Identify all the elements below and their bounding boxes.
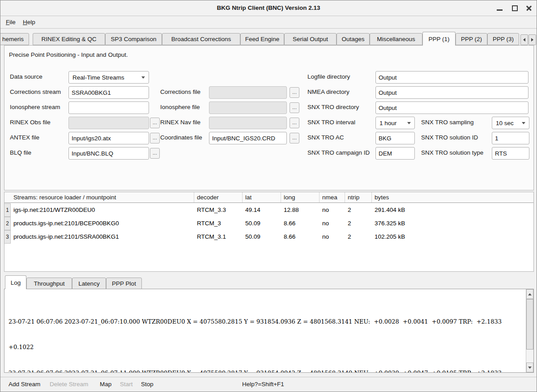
cell-long: 8.66 xyxy=(281,217,320,230)
log-view: 23-07-21 06:07:06 2023-07-21_06:07:10.00… xyxy=(4,289,534,373)
cell-bytes: 102.205 kB xyxy=(372,230,533,244)
snx-tro-interval-select[interactable]: 1 hour xyxy=(375,117,415,129)
minimize-icon xyxy=(497,9,503,11)
corrections-stream-input[interactable] xyxy=(68,86,149,99)
snx-tro-sampling-value: 10 sec xyxy=(496,120,514,126)
chevron-down-icon xyxy=(522,122,525,124)
corrections-file-input[interactable] xyxy=(209,86,287,99)
snx-tro-ac-input[interactable] xyxy=(375,132,415,144)
antex-browse-button[interactable]: ... xyxy=(150,133,160,143)
tab-latency[interactable]: Latency xyxy=(72,278,106,289)
snx-tro-solution-type-label: SNX TRO solution type xyxy=(421,149,483,156)
tab-scroll-left-button[interactable] xyxy=(520,34,528,45)
streams-header-row: Streams: resource loader / mountpoint de… xyxy=(4,192,533,203)
menu-help[interactable]: Help xyxy=(23,19,35,25)
log-scrollbar[interactable] xyxy=(526,289,533,372)
tab-feed-engine[interactable]: Feed Engine xyxy=(240,33,284,45)
logfile-directory-input[interactable] xyxy=(375,71,528,84)
menu-file[interactable]: File xyxy=(6,19,16,25)
maximize-button[interactable] xyxy=(509,4,520,13)
window-title: BKG Ntrip Client (BNC) Version 2.13 xyxy=(0,4,537,11)
cell-nmea: no xyxy=(320,217,345,230)
coordinates-file-label: Coordinates file xyxy=(160,134,202,141)
minimize-button[interactable] xyxy=(494,4,505,13)
cell-decoder: RTCM_3 xyxy=(194,217,243,230)
chevron-down-icon xyxy=(407,122,411,124)
tab-ppp-2[interactable]: PPP (2) xyxy=(456,33,487,45)
scrollbar-thumb[interactable] xyxy=(526,299,533,350)
map-button[interactable]: Map xyxy=(100,381,111,388)
stop-button[interactable]: Stop xyxy=(141,381,153,388)
rinex-obs-file-label: RINEX Obs file xyxy=(10,119,51,126)
data-source-label: Data source xyxy=(10,73,43,80)
cell-resource: products.igs-ip.net:2101/SSRA00BKG1 xyxy=(11,230,194,244)
tab-ppp-plot[interactable]: PPP Plot xyxy=(106,278,142,289)
ionosphere-file-browse-button[interactable]: ... xyxy=(290,102,299,113)
tab-broadcast-corrections[interactable]: Broadcast Corrections xyxy=(162,33,240,45)
cell-decoder: RTCM_3.3 xyxy=(194,203,243,217)
cell-bytes: 376.325 kB xyxy=(372,217,533,230)
close-button[interactable] xyxy=(523,4,535,13)
chevron-down-icon xyxy=(141,76,145,79)
tab-sp3-comparison[interactable]: SP3 Comparison xyxy=(105,33,162,45)
tab-ppp-1[interactable]: PPP (1) xyxy=(422,32,456,46)
log-text: 23-07-21 06:07:06 2023-07-21_06:07:10.00… xyxy=(4,289,526,372)
arrow-up-icon xyxy=(528,293,532,295)
tab-throughput[interactable]: Throughput xyxy=(26,278,72,289)
ppp-panel: Precise Point Positioning - Input and Ou… xyxy=(4,45,534,190)
streams-header-ntrip: ntrip xyxy=(345,192,372,202)
nmea-directory-label: NMEA directory xyxy=(307,89,349,95)
ionosphere-file-input[interactable] xyxy=(209,101,287,114)
tab-scroll-right-button[interactable] xyxy=(528,34,536,45)
cell-resource: products.igs-ip.net:2101/BCEP00BKG0 xyxy=(11,217,194,230)
delete-stream-button[interactable]: Delete Stream xyxy=(50,381,88,388)
tab-outages[interactable]: Outages xyxy=(337,33,370,45)
tab-rinex-editing-qc[interactable]: RINEX Editing & QC xyxy=(33,33,105,45)
ionosphere-file-label: Ionosphere file xyxy=(160,104,200,110)
nmea-directory-input[interactable] xyxy=(375,86,528,99)
row-number: 3 xyxy=(4,230,11,244)
snx-tro-campaign-id-input[interactable] xyxy=(375,147,415,160)
rinex-nav-browse-button[interactable]: ... xyxy=(290,118,299,128)
snx-tro-solution-type-input[interactable] xyxy=(492,147,529,160)
snx-tro-solution-id-label: SNX TRO solution ID xyxy=(421,134,478,141)
snx-tro-ac-label: SNX TRO AC xyxy=(307,134,344,141)
log-line-partial: 23-07-21 06:07:06 2023-07-21_06:07:10.00… xyxy=(9,317,526,326)
scroll-up-button[interactable] xyxy=(526,289,533,299)
blq-browse-button[interactable]: ... xyxy=(150,148,160,159)
tab-log[interactable]: Log xyxy=(5,275,26,289)
add-stream-button[interactable]: Add Stream xyxy=(9,381,40,388)
coordinates-file-input[interactable] xyxy=(209,132,287,144)
blq-file-label: BLQ file xyxy=(10,149,31,156)
cell-ntrip: 2 xyxy=(345,230,372,244)
corrections-file-browse-button[interactable]: ... xyxy=(290,87,299,98)
chevron-right-icon xyxy=(531,38,533,42)
snx-tro-solution-id-input[interactable] xyxy=(492,132,529,144)
ionosphere-stream-input[interactable] xyxy=(68,101,149,114)
blq-file-input[interactable] xyxy=(68,147,149,160)
streams-header-bytes: bytes xyxy=(372,192,533,202)
antex-file-label: ANTEX file xyxy=(10,134,39,141)
cell-lat: 50.09 xyxy=(243,230,281,244)
rinex-obs-browse-button[interactable]: ... xyxy=(150,118,160,128)
rinex-obs-file-input[interactable] xyxy=(68,117,149,129)
start-button[interactable]: Start xyxy=(120,381,133,388)
row-number: 1 xyxy=(4,203,11,217)
tab-ephemeris-partial[interactable]: hemeris xyxy=(0,33,29,45)
tab-miscellaneous[interactable]: Miscellaneous xyxy=(370,33,422,45)
coordinates-browse-button[interactable]: ... xyxy=(290,133,299,143)
cell-lat: 49.14 xyxy=(243,203,281,217)
corrections-file-label: Corrections file xyxy=(160,89,200,95)
scroll-down-button[interactable] xyxy=(526,362,533,372)
tab-serial-output[interactable]: Serial Output xyxy=(284,33,337,45)
snx-tro-directory-input[interactable] xyxy=(375,101,528,114)
data-source-value: Real-Time Streams xyxy=(72,74,124,81)
tab-ppp-3[interactable]: PPP (3) xyxy=(487,33,519,45)
data-source-select[interactable]: Real-Time Streams xyxy=(68,71,149,84)
snx-tro-sampling-select[interactable]: 10 sec xyxy=(492,117,529,129)
row-number: 2 xyxy=(4,217,11,230)
rinex-nav-file-input[interactable] xyxy=(209,117,287,129)
cell-resource: igs-ip.net:2101/WTZR00DEU0 xyxy=(11,203,194,217)
chevron-left-icon xyxy=(523,38,525,42)
antex-file-input[interactable] xyxy=(68,132,149,144)
